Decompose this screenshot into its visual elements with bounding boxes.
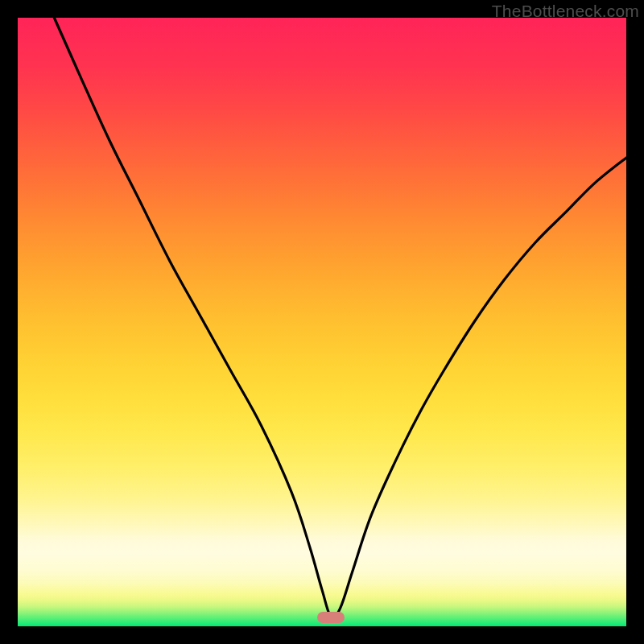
watermark-label: TheBottleneck.com	[492, 2, 639, 21]
plot-area	[18, 18, 626, 626]
chart-frame: TheBottleneck.com	[0, 0, 644, 644]
curve-path	[54, 18, 626, 618]
minimum-marker	[317, 612, 345, 623]
bottleneck-curve	[18, 18, 626, 626]
